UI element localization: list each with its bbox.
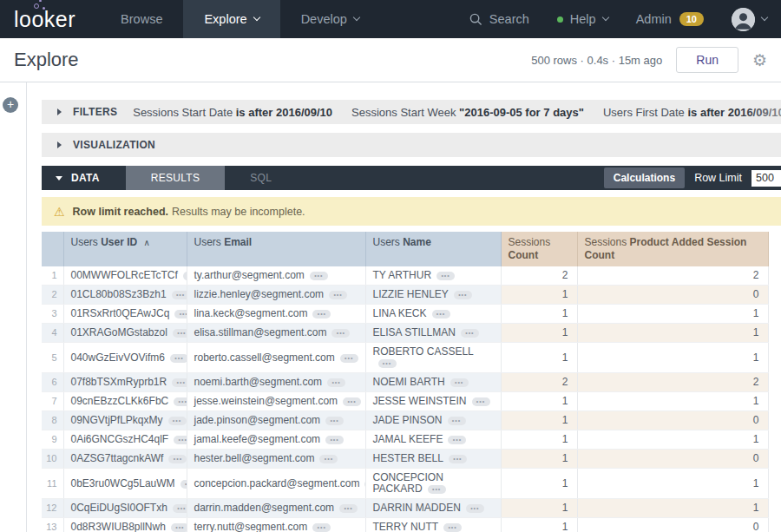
warning-icon: ⚠ — [54, 205, 65, 219]
cell-menu-icon[interactable]: ••• — [327, 378, 345, 387]
cell-name: DARRIN MADDEN••• — [365, 499, 501, 518]
cell-menu-icon[interactable]: ••• — [170, 354, 187, 363]
cell-menu-icon[interactable]: ••• — [312, 310, 331, 319]
row-number: 4 — [42, 324, 63, 343]
row-number: 3 — [42, 305, 63, 324]
cell-sessions-count: 1 — [501, 430, 577, 450]
cell-menu-icon[interactable]: ••• — [343, 397, 361, 406]
nav-item-explore[interactable]: Explore — [183, 0, 279, 38]
looker-logo[interactable]: looker — [14, 7, 75, 32]
cell-menu-icon[interactable]: ••• — [428, 485, 446, 494]
cell-menu-icon[interactable]: ••• — [173, 504, 187, 513]
cell-menu-icon[interactable]: ••• — [310, 272, 328, 280]
data-panel-toggle[interactable]: DATA — [42, 166, 114, 190]
cell-menu-icon[interactable]: ••• — [466, 504, 484, 513]
cell-menu-icon[interactable]: ••• — [168, 455, 187, 463]
cell-menu-icon[interactable]: ••• — [312, 523, 331, 532]
nav-user-menu[interactable] — [732, 8, 767, 31]
cell-sessions-count-value: 2 — [562, 269, 568, 281]
nav-item-label: Explore — [204, 12, 246, 26]
nav-admin[interactable]: Admin 10 — [636, 12, 704, 26]
column-header-count[interactable]: Sessions Count — [501, 232, 577, 266]
cell-menu-icon[interactable]: ••• — [180, 480, 187, 489]
cell-user-id: 0bE3ru0WCg5LauWM••• — [63, 469, 187, 499]
tab-results[interactable]: RESULTS — [126, 166, 226, 190]
cell-menu-icon[interactable]: ••• — [183, 272, 187, 280]
cell-menu-icon[interactable]: ••• — [325, 436, 344, 444]
cell-menu-icon[interactable]: ••• — [329, 291, 347, 299]
column-header-name[interactable]: Users Name — [365, 232, 501, 266]
cell-product-added-count-value: 1 — [753, 502, 759, 514]
cell-email-value: darrin.madden@segment.com — [194, 502, 335, 514]
help-label: Help — [570, 12, 596, 26]
row-number: 6 — [42, 373, 63, 392]
cell-product-added-count: 1 — [577, 392, 768, 411]
run-button[interactable]: Run — [676, 47, 738, 73]
cell-menu-icon[interactable]: ••• — [448, 417, 466, 425]
cell-name-value: ELISA STILLMAN — [373, 326, 456, 338]
cell-menu-icon[interactable]: ••• — [168, 417, 187, 425]
nav-item-browse[interactable]: Browse — [100, 0, 183, 38]
column-header-user-id[interactable]: Users User ID ∧ — [63, 232, 187, 266]
filter-item[interactable]: Sessions Start Date is after 2016/09/10 — [133, 106, 332, 119]
row-limit-input[interactable] — [751, 170, 781, 187]
nav-help[interactable]: Help — [557, 12, 608, 26]
cell-menu-icon[interactable]: ••• — [174, 397, 187, 406]
cell-user-id: 07f8bTSXmRyprb1R••• — [63, 373, 187, 392]
cell-menu-icon[interactable]: ••• — [450, 378, 469, 387]
cell-sessions-count-value: 2 — [562, 376, 568, 388]
cell-menu-icon[interactable]: ••• — [449, 455, 467, 463]
cell-product-added-count-value: 1 — [753, 326, 759, 338]
cell-menu-icon[interactable]: ••• — [319, 455, 338, 463]
cell-menu-icon[interactable]: ••• — [461, 329, 479, 338]
cell-menu-icon[interactable]: ••• — [436, 272, 455, 280]
table-row: 401XRAGoMGstabzol•••elisa.stillman@segme… — [42, 324, 768, 343]
table-body: 100MWWFOLRcETcTCf•••ty.arthur@segment.co… — [42, 266, 768, 532]
nav-search[interactable]: Search — [469, 12, 529, 26]
filters-panel[interactable]: FILTERS Sessions Start Date is after 201… — [42, 100, 781, 124]
cell-user-id: 01RSxRrt0QEAwJCq••• — [63, 305, 187, 324]
column-header-product-added-session-count[interactable]: Sessions Product Added Session Count — [577, 232, 768, 266]
cell-sessions-count-value: 1 — [562, 351, 568, 364]
cell-menu-icon[interactable]: ••• — [443, 523, 462, 532]
filter-list: Sessions Start Date is after 2016/09/10S… — [133, 106, 781, 119]
cell-menu-icon[interactable]: ••• — [174, 310, 187, 319]
cell-menu-icon[interactable]: ••• — [174, 436, 187, 444]
cell-menu-icon[interactable]: ••• — [331, 329, 350, 338]
gear-icon[interactable]: ⚙ — [752, 52, 767, 69]
cell-menu-icon[interactable]: ••• — [378, 359, 397, 368]
tab-sql[interactable]: SQL — [225, 166, 297, 190]
filter-item[interactable]: Sessions Start Week "2016-09-05 for 7 da… — [351, 106, 584, 119]
cell-menu-icon[interactable]: ••• — [448, 436, 466, 444]
add-field-button[interactable]: + — [3, 97, 18, 113]
cell-menu-icon[interactable]: ••• — [173, 329, 187, 338]
cell-user-id-value: 09NGVtjPfLPkqxMy — [71, 414, 163, 426]
cell-menu-icon[interactable]: ••• — [325, 417, 344, 425]
cell-menu-icon[interactable]: ••• — [172, 291, 187, 299]
cell-sessions-count: 1 — [501, 305, 577, 324]
cell-menu-icon[interactable]: ••• — [432, 310, 450, 319]
cell-user-id-value: 0d8R3WIUB8pllNwh — [71, 521, 166, 532]
cell-product-added-count: 0 — [577, 286, 768, 305]
cell-email: darrin.madden@segment.com••• — [187, 499, 365, 518]
warning-text: Results may be incomplete. — [172, 206, 305, 218]
cell-menu-icon[interactable]: ••• — [454, 291, 472, 299]
cell-email-value: noemi.barth@segment.com — [194, 376, 323, 388]
row-number-value: 11 — [47, 478, 56, 489]
row-number: 10 — [42, 450, 63, 469]
cell-sessions-count-value: 1 — [562, 326, 568, 338]
cell-menu-icon[interactable]: ••• — [171, 523, 187, 532]
cell-product-added-count-value: 1 — [753, 477, 759, 489]
cell-menu-icon[interactable]: ••• — [340, 354, 358, 363]
cell-menu-icon[interactable]: ••• — [339, 504, 358, 513]
cell-menu-icon[interactable]: ••• — [172, 378, 187, 387]
calculations-button[interactable]: Calculations — [604, 167, 685, 188]
cell-name: ELISA STILLMAN••• — [365, 324, 501, 343]
column-header-email[interactable]: Users Email — [187, 232, 365, 266]
nav-item-develop[interactable]: Develop — [280, 0, 380, 38]
cell-menu-icon[interactable]: ••• — [472, 397, 490, 406]
cell-name-value: TY ARTHUR — [373, 269, 432, 281]
cell-email: concepcion.packard@segment.com••• — [187, 469, 365, 499]
visualization-panel[interactable]: VISUALIZATION — [42, 133, 781, 157]
cell-name: TERRY NUTT••• — [365, 518, 501, 532]
